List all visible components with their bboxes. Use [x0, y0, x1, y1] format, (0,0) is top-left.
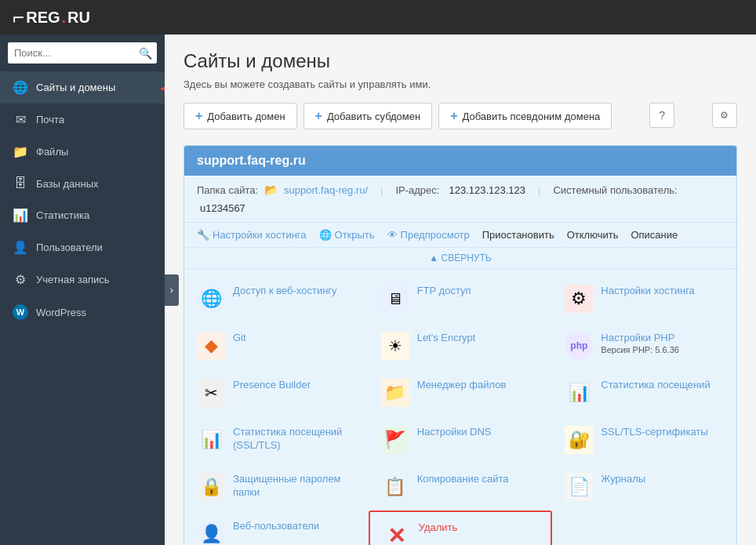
header: ⌐ REG . RU — [0, 0, 756, 35]
ssl-stats-icon: 📊 — [197, 426, 225, 454]
ftp-info: FTP доступ — [417, 285, 471, 298]
sidebar-item-files-label: Файлы — [36, 146, 68, 158]
folder-link[interactable]: support.faq-reg.ru/ — [284, 184, 368, 196]
ip-value: 123.123.123.123 — [449, 184, 525, 196]
account-icon: ⚙ — [13, 272, 28, 287]
hosting-cfg-label: Настройки хостинга — [601, 285, 695, 298]
icon-item-php[interactable]: php Настройки PHP Версия PHP: 5.6.36 — [552, 322, 736, 369]
page-title: Сайты и домены — [184, 50, 737, 72]
icon-item-filemanager[interactable]: 📁 Менеджер файлов — [369, 369, 553, 416]
visit-stats-icon: 📊 — [565, 379, 593, 407]
user-label: Системный пользователь: — [553, 184, 677, 196]
web-users-label: Веб-пользователи — [233, 520, 319, 533]
ssl-stats-info: Статистика посещений (SSL/TLS) — [233, 426, 356, 452]
copy-site-label: Копирование сайта — [417, 473, 509, 486]
copy-site-info: Копирование сайта — [417, 473, 509, 486]
web-hosting-info: Доступ к веб-хостингу — [233, 285, 337, 298]
ssl-cert-icon: 🔐 — [565, 426, 593, 454]
sidebar-item-mail[interactable]: ✉ Почта — [0, 104, 165, 136]
domain-actions-bar: 🔧 Настройки хостинга 🌐 Открыть 👁 Предпро… — [184, 223, 736, 248]
sidebar-item-wordpress[interactable]: W WordPress — [0, 296, 165, 329]
presence-label: Presence Builder — [233, 379, 311, 392]
web-users-icon: 👤 — [197, 520, 225, 545]
delete-label: Удалить — [419, 521, 458, 535]
folder-emoji: 📂 — [264, 183, 278, 196]
sep2: | — [538, 184, 540, 196]
copy-site-icon: 📋 — [381, 473, 409, 501]
sidebar-item-account-label: Учетная запись — [36, 274, 110, 285]
dns-info: Настройки DNS — [417, 426, 492, 439]
icon-item-presence[interactable]: ✂ Presence Builder — [184, 369, 369, 416]
php-icon: php — [565, 332, 593, 360]
sidebar-item-stats[interactable]: 📊 Статистика — [0, 199, 165, 231]
icon-item-git[interactable]: ◆ Git — [184, 322, 369, 369]
icon-item-web-hosting[interactable]: 🌐 Доступ к веб-хостингу — [184, 275, 369, 322]
sidebar-nav: 🌐 Сайты и домены ◀ ✉ Почта 📁 Файлы 🗄 Баз… — [0, 71, 165, 329]
icon-item-dns[interactable]: 🚩 Настройки DNS — [369, 416, 553, 463]
help-button[interactable]: ? — [649, 103, 674, 128]
search-box: 🔍 — [0, 35, 165, 71]
dns-icon: 🚩 — [381, 426, 409, 454]
filemanager-icon: 📁 — [381, 379, 409, 407]
logs-info: Журналы — [601, 473, 645, 486]
add-alias-button[interactable]: + Добавить псевдоним домена — [438, 103, 612, 129]
preview-link[interactable]: 👁 Предпросмотр — [387, 229, 470, 241]
php-sublabel: Версия PHP: 5.6.36 — [601, 345, 679, 354]
collapse-bar[interactable]: ▲ СВЕРНУТЬ — [184, 248, 736, 269]
open-link[interactable]: 🌐 Открыть — [319, 229, 375, 241]
sidebar-item-databases-label: Базы данных — [36, 178, 99, 190]
ip-label: IP-адрес: — [395, 184, 439, 196]
sidebar-item-files[interactable]: 📁 Файлы — [0, 136, 165, 168]
sites-icon: 🌐 — [13, 80, 28, 95]
logo-text: REG — [26, 9, 60, 27]
icon-item-letsencrypt[interactable]: ☀ Let's Encrypt — [369, 322, 553, 369]
preview-label: Предпросмотр — [401, 229, 470, 241]
icon-item-delete[interactable]: ✕ Удалить — [369, 510, 553, 545]
mail-icon: ✉ — [13, 112, 28, 127]
hosting-cfg-icon: ⚙ — [565, 285, 593, 313]
ftp-icon: 🖥 — [381, 285, 409, 313]
hosting-settings-link[interactable]: 🔧 Настройки хостинга — [197, 229, 307, 241]
description-label: Описание — [631, 229, 678, 241]
search-icon[interactable]: 🔍 — [139, 47, 152, 60]
delete-info: Удалить — [419, 521, 458, 535]
sidebar-item-users[interactable]: 👤 Пользователи — [0, 231, 165, 263]
icon-item-ssl-cert[interactable]: 🔐 SSL/TLS-сертификаты — [552, 416, 736, 463]
collapse-chevron-icon: › — [170, 284, 173, 296]
pause-link[interactable]: Приостановить — [482, 229, 554, 241]
sidebar-item-account[interactable]: ⚙ Учетная запись — [0, 263, 165, 296]
icon-item-password-dirs[interactable]: 🔒 Защищенные паролем папки — [184, 463, 369, 510]
databases-icon: 🗄 — [13, 176, 28, 191]
ssl-cert-info: SSL/TLS-сертификаты — [601, 426, 707, 439]
add-domain-button[interactable]: + Добавить домен — [184, 103, 297, 129]
search-input[interactable] — [8, 42, 157, 64]
hosting-cfg-info: Настройки хостинга — [601, 285, 695, 298]
domain-section: support.faq-reg.ru Папка сайта: 📂 suppor… — [184, 145, 737, 545]
page-subtitle: Здесь вы можете создавать сайты и управл… — [184, 78, 737, 90]
user-value: u1234567 — [200, 202, 245, 214]
icon-item-visit-stats[interactable]: 📊 Статистика посещений — [552, 369, 736, 416]
web-users-info: Веб-пользователи — [233, 520, 319, 533]
sidebar-item-databases[interactable]: 🗄 Базы данных — [0, 168, 165, 199]
icon-item-copy-site[interactable]: 📋 Копирование сайта — [369, 463, 553, 510]
letsencrypt-label: Let's Encrypt — [417, 332, 476, 345]
add-subdomain-button[interactable]: + Добавить субдомен — [303, 103, 433, 129]
icon-item-logs[interactable]: 📄 Журналы — [552, 463, 736, 510]
folder-label: Папка сайта: — [197, 184, 258, 196]
icon-item-ssl-stats[interactable]: 📊 Статистика посещений (SSL/TLS) — [184, 416, 369, 463]
icon-item-hosting-cfg[interactable]: ⚙ Настройки хостинга — [552, 275, 736, 322]
description-link[interactable]: Описание — [631, 229, 678, 241]
plus-icon-3: + — [450, 109, 457, 123]
disable-link[interactable]: Отключить — [567, 229, 619, 241]
main-layout: 🔍 🌐 Сайты и домены ◀ ✉ Почта 📁 Файлы 🗄 Б… — [0, 35, 756, 545]
sidebar-item-stats-label: Статистика — [36, 209, 89, 221]
files-icon: 📁 — [13, 144, 28, 159]
sidebar-item-sites[interactable]: 🌐 Сайты и домены ◀ — [0, 71, 165, 104]
sidebar-item-wordpress-label: WordPress — [36, 307, 86, 318]
search-wrap: 🔍 — [8, 42, 157, 64]
icon-item-web-users[interactable]: 👤 Веб-пользователи — [184, 510, 369, 545]
settings-button[interactable]: ⚙ — [712, 103, 737, 128]
folder-link-text: support.faq-reg.ru/ — [284, 184, 368, 196]
sidebar-collapse-button[interactable]: › — [165, 274, 179, 306]
icon-item-ftp[interactable]: 🖥 FTP доступ — [369, 275, 553, 322]
